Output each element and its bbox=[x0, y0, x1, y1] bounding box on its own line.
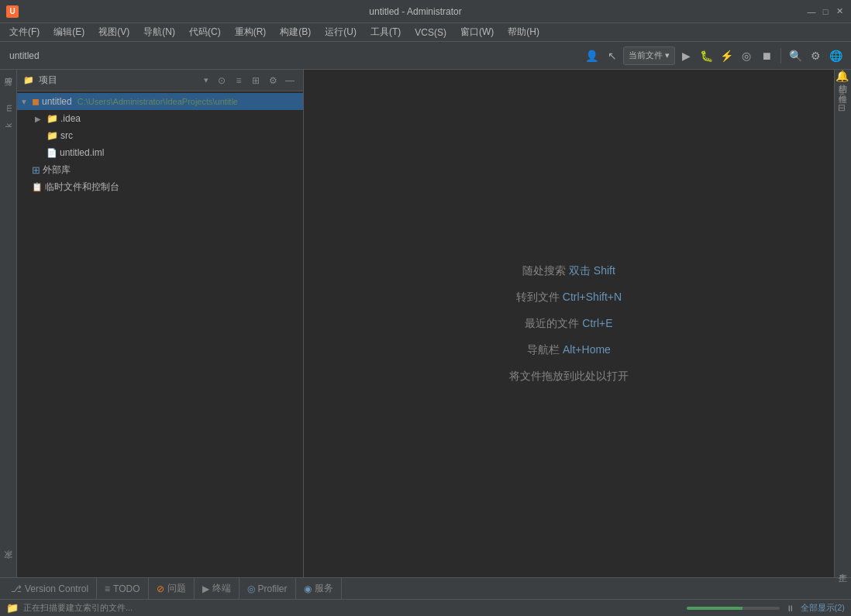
tab-terminal-label: 终端 bbox=[212, 582, 231, 595]
minimize-button[interactable]: — bbox=[806, 6, 817, 17]
stop-button[interactable]: ⏹ bbox=[757, 46, 776, 65]
hint-search: 随处搜索 双击 Shift bbox=[522, 264, 615, 278]
window-controls: — □ ✕ bbox=[806, 6, 845, 17]
library-icon: ⊞ bbox=[32, 164, 40, 176]
tree-arrow-project: ▼ bbox=[20, 98, 29, 106]
idea-label: .idea bbox=[60, 113, 81, 124]
iml-label: untitled.iml bbox=[60, 147, 104, 158]
tab-title: untitled bbox=[6, 50, 43, 61]
run-config-dropdown[interactable]: 当前文件 ▾ bbox=[623, 46, 675, 65]
editor-area: 随处搜索 双击 Shift 转到文件 Ctrl+Shift+N 最近的文件 Ct… bbox=[304, 70, 834, 577]
tab-terminal[interactable]: ▶ 终端 bbox=[195, 578, 239, 600]
left-tab-k[interactable]: k bbox=[2, 119, 16, 132]
toolbar-left: untitled bbox=[6, 50, 43, 61]
hint-recent: 最近的文件 Ctrl+E bbox=[525, 317, 612, 331]
tree-arrow-idea: ▶ bbox=[35, 115, 44, 123]
progress-bar-fill bbox=[687, 607, 742, 610]
main-layout: B 新 m k 家 📁 项目 ▾ ⊙ ≡ ⊞ ⚙ — ▼ ◼ untitled … bbox=[0, 70, 851, 577]
tab-version-control[interactable]: ⎇ Version Control bbox=[3, 578, 97, 600]
menu-item-H[interactable]: 帮助(H) bbox=[501, 24, 546, 40]
profiler-icon: ◎ bbox=[247, 583, 255, 594]
menu-item-F[interactable]: 文件(F) bbox=[3, 24, 46, 40]
bottom-tabs: ⎇ Version Control ≡ TODO ⊘ 问题 ▶ 终端 ◎ Pro… bbox=[0, 577, 851, 599]
run-button[interactable]: ▶ bbox=[677, 46, 695, 65]
hint-navbar: 导航栏 Alt+Home bbox=[527, 343, 611, 357]
status-bar: 📁 正在扫描要建立索引的文件... ⏸ 全部显示(2) bbox=[0, 599, 851, 616]
menu-item-V[interactable]: 视图(V) bbox=[92, 24, 136, 40]
title-bar: U untitled - Administrator — □ ✕ bbox=[0, 0, 851, 23]
tab-todo-label: TODO bbox=[113, 583, 140, 594]
panel-icon-scrolltofile[interactable]: ⊙ bbox=[215, 74, 229, 88]
folder-icon-src: 📁 bbox=[47, 130, 58, 141]
tab-profiler[interactable]: ◎ Profiler bbox=[239, 578, 296, 600]
settings-button[interactable]: ⚙ bbox=[806, 46, 825, 65]
terminal-icon: ▶ bbox=[202, 583, 209, 594]
status-folder-icon: 📁 bbox=[6, 602, 19, 614]
tree-item-idea[interactable]: ▶ 📁 .idea bbox=[17, 110, 303, 127]
panel-icon-collapse[interactable]: ≡ bbox=[232, 74, 246, 88]
hint-navbar-text: 导航栏 bbox=[527, 343, 560, 356]
src-label: src bbox=[60, 130, 73, 141]
hint-navbar-shortcut: Alt+Home bbox=[560, 343, 611, 356]
list-icon[interactable]: ≡ bbox=[839, 87, 844, 98]
account-icon[interactable]: 👤 bbox=[583, 46, 601, 65]
tree-item-iml[interactable]: 📄 untitled.iml bbox=[17, 144, 303, 161]
panel-dropdown-btn[interactable]: ▾ bbox=[201, 74, 212, 87]
menu-item-N[interactable]: 导航(N) bbox=[137, 24, 181, 40]
left-tab-m[interactable]: m bbox=[2, 100, 16, 116]
tree-item-external-libs[interactable]: ⊞ 外部库 bbox=[17, 161, 303, 178]
menu-item-C[interactable]: 代码(C) bbox=[183, 24, 227, 40]
search-everywhere-button[interactable]: 🔍 bbox=[786, 46, 804, 65]
status-right: ⏸ 全部显示(2) bbox=[687, 602, 845, 614]
status-text: 正在扫描要建立索引的文件... bbox=[23, 602, 687, 614]
file-panel-header: 📁 项目 ▾ ⊙ ≡ ⊞ ⚙ — bbox=[17, 70, 303, 91]
version-control-icon: ⎇ bbox=[11, 583, 22, 594]
help-button[interactable]: 🌐 bbox=[826, 46, 845, 65]
services-icon: ◉ bbox=[304, 583, 312, 594]
menu-item-R[interactable]: 重构(R) bbox=[229, 24, 273, 40]
menu-item-B[interactable]: 构建(B) bbox=[274, 24, 317, 40]
menu-item-VCSS[interactable]: VCS(S) bbox=[408, 26, 453, 40]
panel-icon-divider[interactable]: ⊞ bbox=[249, 74, 263, 88]
file-icon-iml: 📄 bbox=[47, 148, 57, 158]
tree-item-temp[interactable]: 📋 临时文件和控制台 bbox=[17, 178, 303, 195]
right-tab-production[interactable]: 生产 bbox=[835, 562, 851, 571]
show-all-link[interactable]: 全部显示(2) bbox=[801, 602, 845, 614]
menu-item-T[interactable]: 工具(T) bbox=[364, 24, 407, 40]
pause-icon[interactable]: ⏸ bbox=[786, 604, 794, 613]
toolbar-sep-1 bbox=[780, 48, 781, 64]
menu-item-U[interactable]: 运行(U) bbox=[319, 24, 363, 40]
tab-todo[interactable]: ≡ TODO bbox=[97, 578, 148, 600]
left-tab-B[interactable]: B bbox=[2, 73, 16, 88]
file-panel: 📁 项目 ▾ ⊙ ≡ ⊞ ⚙ — ▼ ◼ untitled C:\Users\A… bbox=[17, 70, 304, 577]
folder-icon-idea: 📁 bbox=[47, 113, 58, 124]
debug-button[interactable]: 🐛 bbox=[697, 46, 715, 65]
cursor-icon[interactable]: ↖ bbox=[603, 46, 622, 65]
panel-title: 项目 bbox=[39, 74, 198, 87]
profile-button[interactable]: ◎ bbox=[737, 46, 756, 65]
project-path: C:\Users\Administrator\IdeaProjects\unti… bbox=[78, 97, 238, 106]
tab-version-control-label: Version Control bbox=[25, 583, 88, 594]
tab-problems-label: 问题 bbox=[167, 582, 186, 595]
maximize-button[interactable]: □ bbox=[820, 6, 831, 17]
left-tab-new[interactable]: 新 bbox=[0, 89, 16, 98]
tree-item-src[interactable]: 📁 src bbox=[17, 127, 303, 144]
hint-drag-text: 将文件拖放到此处以打开 bbox=[509, 370, 629, 382]
tree-item-project[interactable]: ▼ ◼ untitled C:\Users\Administrator\Idea… bbox=[17, 93, 303, 110]
tab-services[interactable]: ◉ 服务 bbox=[296, 578, 342, 600]
close-button[interactable]: ✕ bbox=[834, 6, 845, 17]
coverage-button[interactable]: ⚡ bbox=[717, 46, 736, 65]
menu-item-E[interactable]: 编辑(E) bbox=[47, 24, 91, 40]
tab-problems[interactable]: ⊘ 问题 bbox=[149, 578, 195, 600]
project-icon: ◼ bbox=[32, 96, 40, 107]
panel-icon-settings[interactable]: ⚙ bbox=[266, 74, 280, 88]
bell-icon[interactable]: 🔔 bbox=[835, 70, 849, 82]
panel-icon-close[interactable]: — bbox=[283, 74, 297, 88]
external-libs-label: 外部库 bbox=[43, 163, 71, 177]
tab-services-label: 服务 bbox=[315, 582, 333, 595]
menu-item-W[interactable]: 窗口(W) bbox=[454, 24, 500, 40]
left-side-tabs: B 新 m k 家 bbox=[0, 70, 17, 577]
tasks-icon[interactable]: ⊟ bbox=[838, 102, 846, 113]
left-tab-home[interactable]: 家 bbox=[0, 562, 16, 571]
right-side-tabs: 结构 组件 生产 bbox=[834, 70, 851, 577]
